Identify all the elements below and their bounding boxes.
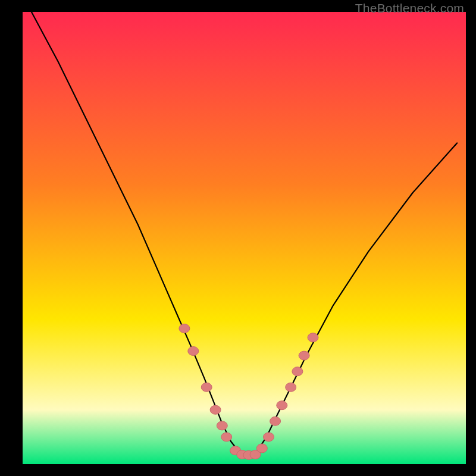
data-marker	[256, 444, 267, 453]
data-marker	[201, 383, 212, 392]
data-marker	[188, 347, 199, 356]
chart-frame: TheBottleneck.com	[0, 0, 476, 476]
data-marker	[292, 367, 303, 376]
plot-background	[23, 12, 466, 464]
data-marker	[179, 324, 190, 333]
data-marker	[299, 351, 309, 360]
plot-area	[23, 12, 466, 464]
data-marker	[210, 405, 221, 414]
data-marker	[217, 421, 227, 430]
chart-svg	[23, 12, 466, 464]
data-marker	[277, 401, 287, 410]
data-marker	[308, 333, 318, 342]
data-marker	[264, 433, 274, 441]
data-marker	[221, 433, 232, 441]
data-marker	[286, 383, 296, 392]
data-marker	[270, 416, 281, 425]
